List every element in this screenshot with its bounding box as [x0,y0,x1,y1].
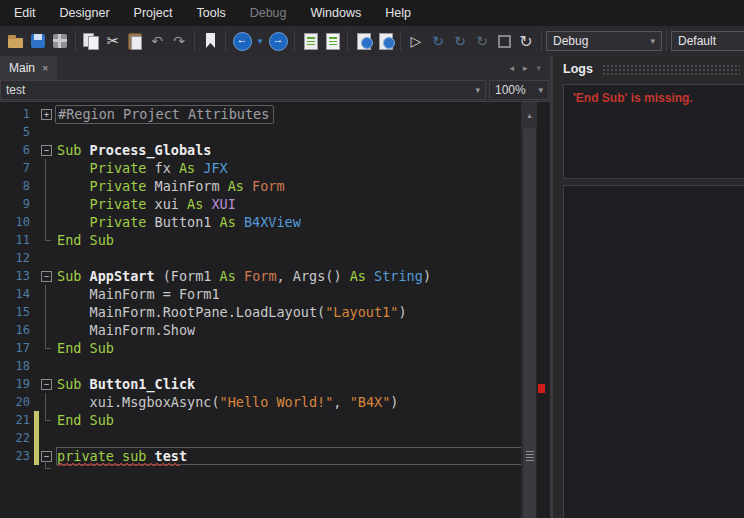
line-number[interactable]: 15 [0,303,30,321]
comment-icon[interactable] [299,29,321,53]
copy-icon[interactable] [80,29,102,53]
token: Form [252,178,285,194]
menu-item-tools[interactable]: Tools [184,0,237,26]
menu-item-designer[interactable]: Designer [48,0,122,26]
menu-item-edit[interactable]: Edit [2,0,48,26]
fold-expand-icon[interactable]: + [41,109,52,120]
code-line[interactable]: 6−Sub Process_Globals [0,141,550,159]
build-configuration-select[interactable]: Debug ▾ [546,31,662,51]
code-line[interactable]: 16 MainForm.Show [0,321,550,339]
line-number[interactable]: 13 [0,267,30,285]
code-line[interactable]: 5 [0,123,550,141]
code-line[interactable]: 17End Sub [0,339,550,357]
close-icon[interactable]: × [42,62,48,74]
line-number[interactable]: 20 [0,393,30,411]
fold-collapse-icon[interactable]: − [41,451,52,462]
vertical-scrollbar[interactable]: ▲ [521,102,537,518]
main-area: Main × test ▾ 100% ▾ 1+#Region Project A… [0,56,744,518]
code-line[interactable]: 14 MainForm = Form1 [0,285,550,303]
line-number[interactable]: 5 [0,123,30,141]
token: , Args() [277,268,350,284]
prev-sub-icon[interactable] [352,29,374,53]
code-line[interactable]: 1+#Region Project Attributes [0,105,550,123]
code-line[interactable]: 11End Sub [0,231,550,249]
tab-list-icon[interactable] [536,63,541,73]
menu-item-windows[interactable]: Windows [299,0,374,26]
undo-icon[interactable] [146,29,168,53]
uncomment-icon[interactable] [321,29,343,53]
zoom-select[interactable]: 100% ▾ [489,80,549,100]
token: JFX [203,160,227,176]
ui-theme-select[interactable]: Default ▾ [671,31,744,51]
token: Form1 [171,268,220,284]
menu-item-help[interactable]: Help [373,0,423,26]
line-number[interactable]: 17 [0,339,30,357]
token: "Layout1" [325,304,398,320]
fold-collapse-icon[interactable]: − [41,379,52,390]
code-text: MainForm.Show [57,321,195,339]
save-icon[interactable] [27,29,49,53]
fold-margin [39,429,56,447]
line-number[interactable]: 12 [0,249,30,267]
scroll-left-icon[interactable] [509,63,514,73]
code-line[interactable]: 20 xui.MsgboxAsync("Hello World!", "B4X"… [0,393,550,411]
tab-main[interactable]: Main × [0,56,57,80]
debug-step-into-icon[interactable] [471,29,493,53]
cut-icon[interactable] [102,29,124,53]
code-line[interactable]: 15 MainForm.RootPane.LoadLayout("Layout1… [0,303,550,321]
line-number[interactable]: 22 [0,429,30,447]
token: String [374,268,423,284]
fold-collapse-icon[interactable]: − [41,145,52,156]
code-line[interactable]: 12 [0,249,550,267]
nav-back-dropdown-icon[interactable] [254,29,266,53]
scroll-right-icon[interactable] [523,63,528,73]
line-number[interactable]: 6 [0,141,30,159]
code-line[interactable]: 21End Sub [0,411,550,429]
line-number[interactable]: 8 [0,177,30,195]
debug-step-over-icon[interactable] [449,29,471,53]
next-sub-icon[interactable] [374,29,396,53]
code-line[interactable]: 10 Private Button1 As B4XView [0,213,550,231]
line-number[interactable]: 11 [0,231,30,249]
menu-item-debug[interactable]: Debug [238,0,299,26]
code-line[interactable]: 13−Sub AppStart (Form1 As Form, Args() A… [0,267,550,285]
code-line[interactable]: 7 Private fx As JFX [0,159,550,177]
fold-margin [39,303,56,321]
line-number[interactable]: 1 [0,105,30,123]
code-line[interactable]: 18 [0,357,550,375]
scroll-up-icon[interactable]: ▲ [522,102,537,129]
line-number[interactable]: 23 [0,447,30,465]
bookmark-icon[interactable] [199,29,221,53]
code-line[interactable]: 8 Private MainForm As Form [0,177,550,195]
token: xui [146,196,187,212]
line-number[interactable]: 16 [0,321,30,339]
open-icon[interactable] [5,29,27,53]
line-number[interactable]: 10 [0,213,30,231]
redo-icon[interactable] [168,29,190,53]
line-number[interactable]: 7 [0,159,30,177]
debug-resume-icon[interactable] [427,29,449,53]
scrollbar-thumb[interactable] [523,129,536,518]
code-line[interactable]: 19−Sub Button1_Click [0,375,550,393]
token: Form [244,268,277,284]
zoom-select-value: 100% [495,83,526,97]
stop-icon[interactable] [493,29,515,53]
nav-forward-icon[interactable] [266,29,290,53]
paste-icon[interactable] [124,29,146,53]
run-icon[interactable] [405,29,427,53]
rebuild-icon[interactable] [515,29,537,53]
code-editor[interactable]: 1+#Region Project Attributes56−Sub Proce… [0,102,550,518]
nav-back-icon[interactable] [230,29,254,53]
menu-item-project[interactable]: Project [122,0,185,26]
line-number[interactable]: 19 [0,375,30,393]
fold-collapse-icon[interactable]: − [41,271,52,282]
b4j-ide-window: EditDesignerProjectToolsDebugWindowsHelp… [0,0,744,518]
line-number[interactable]: 14 [0,285,30,303]
line-number[interactable]: 9 [0,195,30,213]
member-select[interactable]: test ▾ [0,80,486,100]
line-number[interactable]: 18 [0,357,30,375]
line-number[interactable]: 21 [0,411,30,429]
code-line[interactable]: 22 [0,429,550,447]
code-line[interactable]: 9 Private xui As XUI [0,195,550,213]
package-icon[interactable] [49,29,71,53]
